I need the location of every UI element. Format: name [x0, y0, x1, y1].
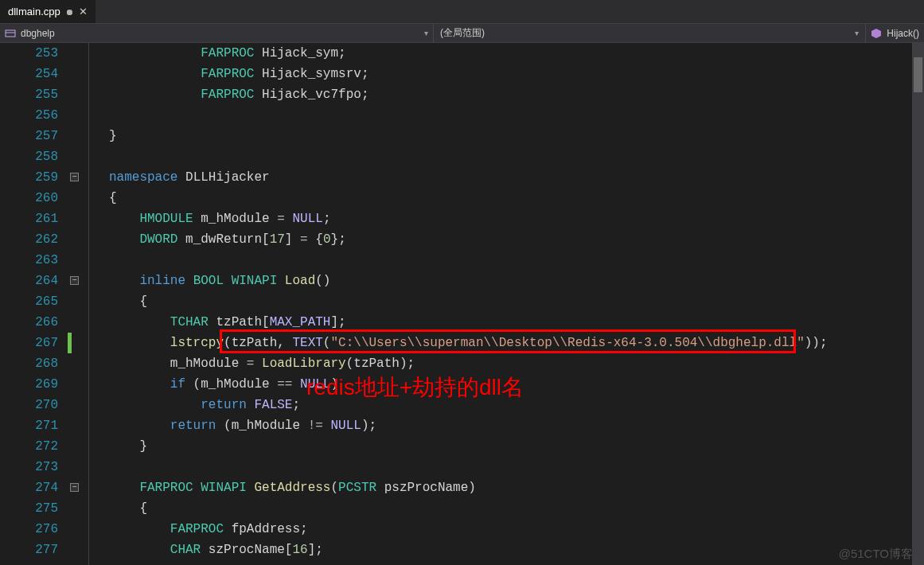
code-line[interactable] — [109, 105, 924, 126]
pin-icon[interactable]: ⏺ — [65, 7, 74, 17]
line-number: 269 — [0, 374, 58, 395]
code-line[interactable]: { — [109, 188, 924, 208]
navigation-bar: dbghelp ▾ (全局范围) ▾ Hijack() — [0, 24, 924, 43]
code-line[interactable]: return (m_hModule != NULL); — [109, 415, 924, 436]
change-marker — [68, 333, 72, 353]
member-dropdown[interactable]: (全局范围) ▾ — [434, 24, 866, 42]
line-number: 274 — [0, 477, 58, 498]
code-line[interactable]: FARPROC WINAPI GetAddress(PCSTR pszProcN… — [109, 477, 924, 498]
function-dropdown[interactable]: Hijack() — [866, 24, 924, 42]
code-line[interactable]: namespace DLLHijacker — [109, 167, 924, 188]
bracket-guide-column — [85, 43, 109, 565]
scope-label: dbghelp — [21, 28, 55, 39]
line-number: 273 — [0, 457, 58, 477]
scrollbar-thumb[interactable] — [914, 57, 922, 92]
function-label: Hijack() — [887, 28, 919, 39]
code-line[interactable]: m_hModule = LoadLibrary(tzPath); — [109, 353, 924, 374]
code-line[interactable]: { — [109, 291, 924, 312]
line-number: 271 — [0, 415, 58, 436]
code-line[interactable]: CHAR szProcName[16]; — [109, 540, 924, 560]
code-line[interactable]: lstrcpy(tzPath, TEXT("C:\\Users\\superma… — [109, 333, 924, 353]
line-number: 267 — [0, 333, 58, 353]
line-number: 260 — [0, 188, 58, 208]
file-tab[interactable]: dllmain.cpp ⏺ ✕ — [0, 0, 96, 23]
code-line[interactable]: DWORD m_dwReturn[17] = {0}; — [109, 229, 924, 250]
line-number: 270 — [0, 395, 58, 415]
fold-column: −−− — [68, 43, 85, 565]
line-number: 277 — [0, 540, 58, 560]
line-number: 275 — [0, 498, 58, 519]
line-number: 258 — [0, 146, 58, 167]
code-line[interactable]: FARPROC Hijack_vc7fpo; — [109, 84, 924, 105]
line-number: 264 — [0, 271, 58, 291]
line-number: 256 — [0, 105, 58, 126]
code-line[interactable] — [109, 146, 924, 167]
code-line[interactable]: } — [109, 126, 924, 146]
line-number: 276 — [0, 519, 58, 540]
line-number: 263 — [0, 250, 58, 271]
tab-bar: dllmain.cpp ⏺ ✕ — [0, 0, 924, 24]
watermark: @51CTO博客 — [839, 547, 913, 562]
line-number: 262 — [0, 229, 58, 250]
code-line[interactable]: HMODULE m_hModule = NULL; — [109, 208, 924, 229]
fold-toggle[interactable]: − — [70, 173, 79, 181]
line-number: 257 — [0, 126, 58, 146]
vertical-scrollbar[interactable] — [912, 43, 924, 565]
code-line[interactable]: { — [109, 498, 924, 519]
scope-dropdown[interactable]: dbghelp ▾ — [0, 24, 434, 42]
code-line[interactable]: inline BOOL WINAPI Load() — [109, 271, 924, 291]
fold-toggle[interactable]: − — [70, 276, 79, 285]
code-editor[interactable]: 2532542552562572582592602612622632642652… — [0, 43, 924, 565]
line-number: 259 — [0, 167, 58, 188]
fold-toggle[interactable]: − — [70, 483, 79, 492]
code-line[interactable] — [109, 457, 924, 477]
line-number: 266 — [0, 312, 58, 333]
line-number: 255 — [0, 84, 58, 105]
line-number: 253 — [0, 43, 58, 64]
svg-rect-0 — [6, 30, 15, 37]
code-line[interactable]: return FALSE; — [109, 395, 924, 415]
svg-marker-2 — [871, 29, 881, 38]
member-label: (全局范围) — [440, 26, 485, 40]
code-line[interactable]: if (m_hModule == NULL) — [109, 374, 924, 395]
chevron-down-icon: ▾ — [855, 29, 859, 37]
code-line[interactable] — [109, 250, 924, 271]
code-area[interactable]: FARPROC Hijack_sym; FARPROC Hijack_symsr… — [109, 43, 924, 565]
line-number: 265 — [0, 291, 58, 312]
line-number: 268 — [0, 353, 58, 374]
line-number: 272 — [0, 436, 58, 457]
line-number-gutter: 2532542552562572582592602612622632642652… — [0, 43, 68, 565]
line-number: 261 — [0, 208, 58, 229]
code-line[interactable]: } — [109, 436, 924, 457]
code-line[interactable]: TCHAR tzPath[MAX_PATH]; — [109, 312, 924, 333]
close-icon[interactable]: ✕ — [79, 6, 88, 18]
code-line[interactable]: FARPROC Hijack_symsrv; — [109, 64, 924, 84]
chevron-down-icon: ▾ — [424, 29, 428, 37]
code-line[interactable]: FARPROC Hijack_sym; — [109, 43, 924, 64]
scope-icon — [5, 29, 16, 38]
code-line[interactable]: FARPROC fpAddress; — [109, 519, 924, 540]
line-number: 254 — [0, 64, 58, 84]
tab-filename: dllmain.cpp — [8, 6, 60, 18]
method-icon — [871, 28, 882, 39]
